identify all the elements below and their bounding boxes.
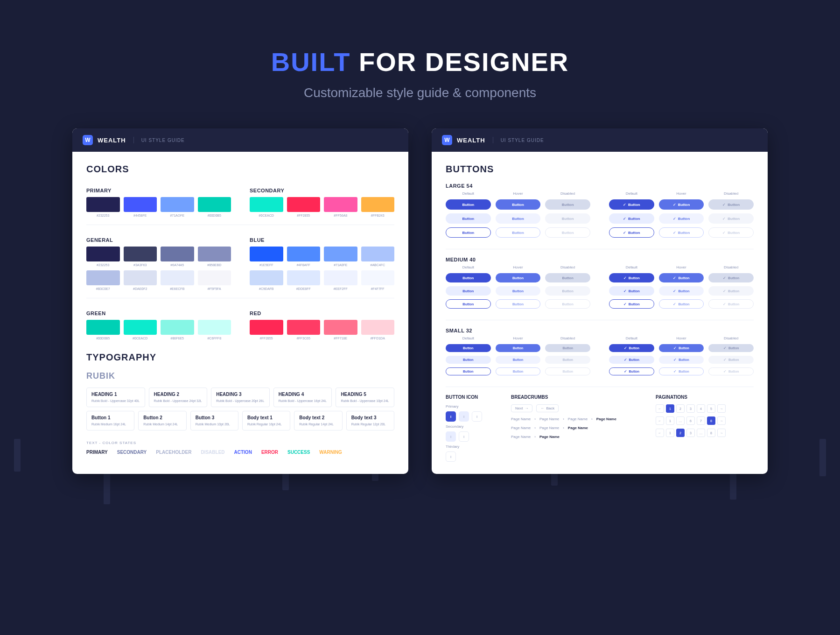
color-swatch: #4F8AFF: [287, 247, 321, 267]
sample-button[interactable]: Button: [446, 286, 491, 296]
pag-page[interactable]: 6: [686, 416, 695, 425]
sample-button[interactable]: Button: [659, 356, 704, 364]
sample-button[interactable]: Button: [708, 356, 754, 364]
sample-button[interactable]: Button: [659, 213, 704, 224]
pag-page[interactable]: 1: [666, 404, 674, 413]
sample-button[interactable]: Button: [609, 273, 654, 282]
color-swatch: #FF3C65: [287, 320, 321, 340]
pag-page[interactable]: 8: [707, 416, 715, 425]
next-button[interactable]: Next→: [511, 404, 532, 412]
icon-button-thirdary[interactable]: i: [446, 452, 456, 462]
sample-button[interactable]: Button: [659, 344, 704, 352]
pag-page[interactable]: 3: [686, 404, 695, 413]
sample-button[interactable]: Button: [446, 199, 491, 210]
pag-prev[interactable]: ←: [656, 416, 664, 425]
sample-button[interactable]: Button: [659, 199, 704, 210]
color-swatch: #E6ECFB: [161, 270, 194, 290]
pag-next[interactable]: →: [717, 429, 726, 437]
pag-page[interactable]: 3: [686, 429, 695, 437]
icon-button-secondary[interactable]: i: [446, 431, 456, 442]
pag-next[interactable]: →: [717, 416, 726, 425]
sample-button[interactable]: Button: [496, 299, 541, 309]
sample-button[interactable]: Button: [545, 356, 590, 364]
sample-button[interactable]: Button: [545, 286, 590, 296]
sample-button[interactable]: Button: [708, 367, 754, 375]
sample-button[interactable]: Button: [496, 213, 541, 224]
style-guide-panel-colors-typo: W WEALTH UI STYLE GUIDE COLORS PRIMARY #…: [72, 128, 408, 474]
text-state-sample: WARNING: [319, 450, 342, 455]
sample-button[interactable]: Button: [496, 273, 541, 282]
pag-page[interactable]: 8: [707, 429, 715, 437]
sample-button[interactable]: Button: [496, 344, 541, 352]
pag-next[interactable]: →: [717, 404, 726, 413]
pag-prev[interactable]: ←: [656, 429, 664, 437]
sample-button[interactable]: Button: [446, 299, 491, 309]
primary-label: PRIMARY: [86, 188, 231, 193]
sample-button[interactable]: Button: [708, 213, 754, 224]
sample-button[interactable]: Button: [708, 227, 754, 238]
sample-button[interactable]: Button: [708, 273, 754, 282]
sample-button[interactable]: Button: [659, 227, 704, 238]
sample-button[interactable]: Button: [496, 367, 541, 375]
sample-button[interactable]: Button: [609, 213, 654, 224]
sample-button[interactable]: Button: [609, 344, 654, 352]
sample-button[interactable]: Button: [609, 367, 654, 375]
button-state-header: Default: [609, 191, 654, 196]
sample-button[interactable]: Button: [545, 367, 590, 375]
sample-button[interactable]: Button: [496, 199, 541, 210]
color-swatch: #DAE0F2: [124, 270, 157, 290]
hero: BUILT FOR DESIGNER Customizable style gu…: [0, 0, 840, 100]
sample-button[interactable]: Button: [545, 299, 590, 309]
color-swatch: #0CEACD: [124, 320, 157, 340]
pag-page[interactable]: 2: [676, 404, 685, 413]
sample-button[interactable]: Button: [609, 286, 654, 296]
sample-button[interactable]: Button: [446, 344, 491, 352]
sample-button[interactable]: Button: [446, 356, 491, 364]
blue-label: BLUE: [250, 237, 394, 243]
sample-button[interactable]: Button: [659, 299, 704, 309]
sample-button[interactable]: Button: [609, 356, 654, 364]
sample-button[interactable]: Button: [446, 227, 491, 238]
pag-page[interactable]: 1: [666, 429, 674, 437]
pag-page[interactable]: 4: [697, 404, 705, 413]
sample-button[interactable]: Button: [496, 286, 541, 296]
sample-button[interactable]: Button: [446, 367, 491, 375]
logo-icon: W: [442, 135, 452, 145]
sample-button[interactable]: Button: [496, 356, 541, 364]
icon-button-primary[interactable]: i: [446, 411, 456, 422]
pag-page[interactable]: 5: [707, 404, 715, 413]
chevron-right-icon: ›: [591, 417, 593, 421]
color-swatch: #C6FFF8: [198, 320, 231, 340]
sample-button[interactable]: Button: [496, 227, 541, 238]
sample-button[interactable]: Button: [659, 367, 704, 375]
sample-button[interactable]: Button: [708, 344, 754, 352]
button-state-header: Disabled: [708, 265, 754, 269]
pag-page[interactable]: 2: [676, 429, 685, 437]
secondary-label: SECONDARY: [250, 188, 394, 193]
color-swatch: #0CEACD: [250, 197, 283, 217]
pag-page[interactable]: 7: [697, 416, 705, 425]
sample-button[interactable]: Button: [545, 199, 590, 210]
back-button[interactable]: ←Back: [536, 404, 559, 412]
pag-prev[interactable]: ←: [656, 404, 664, 413]
sample-button[interactable]: Button: [545, 273, 590, 282]
sample-button[interactable]: Button: [545, 344, 590, 352]
sample-button[interactable]: Button: [545, 213, 590, 224]
sample-button[interactable]: Button: [708, 299, 754, 309]
sample-button[interactable]: Button: [659, 286, 704, 296]
sample-button[interactable]: Button: [446, 213, 491, 224]
icon-button-secondary-outline[interactable]: i: [459, 431, 469, 442]
sample-button[interactable]: Button: [609, 299, 654, 309]
color-swatch: #858EBD: [198, 247, 231, 267]
sample-button[interactable]: Button: [545, 227, 590, 238]
sample-button[interactable]: Button: [659, 273, 704, 282]
pag-page[interactable]: 1: [666, 416, 674, 425]
sample-button[interactable]: Button: [609, 199, 654, 210]
sample-button[interactable]: Button: [708, 199, 754, 210]
icon-button-primary-outline[interactable]: i: [472, 411, 482, 422]
icon-button-primary-light[interactable]: i: [459, 411, 469, 422]
sample-button[interactable]: Button: [446, 273, 491, 282]
sample-button[interactable]: Button: [609, 227, 654, 238]
green-label: GREEN: [86, 310, 231, 316]
sample-button[interactable]: Button: [708, 286, 754, 296]
